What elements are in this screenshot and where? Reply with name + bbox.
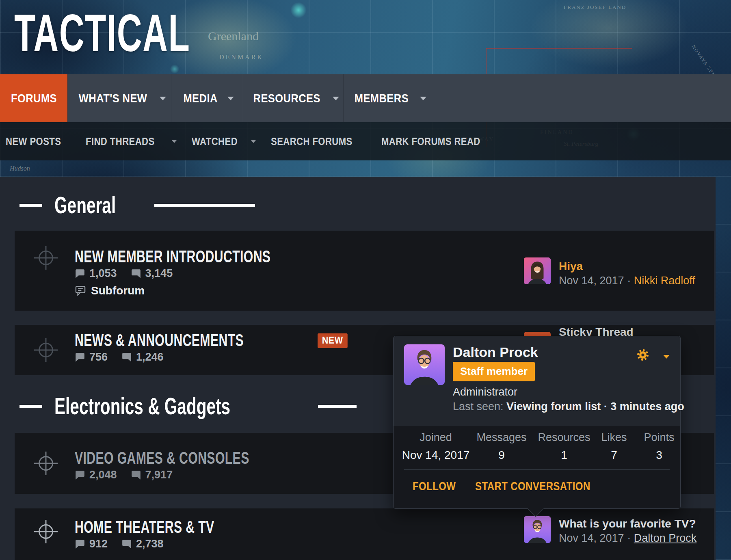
crosshair-icon <box>33 245 58 270</box>
latest-post-date: Nov 14, 2017 <box>559 532 624 544</box>
category-header-electronics-gadgets: Electronics & Gadgets <box>19 393 357 419</box>
member-stat-messages: Messages 9 <box>476 431 526 462</box>
heading-dash <box>19 204 42 207</box>
member-stat-joined: Joined Nov 14, 2017 <box>402 431 470 462</box>
member-stat-resources: Resources 1 <box>538 431 590 462</box>
start-conversation-button[interactable]: START CONVERSATION <box>475 479 619 493</box>
main-navigation: FORUMS WHAT'S NEW MEDIA RESOURCES MEMBER… <box>0 74 731 122</box>
threads-count: 1,053 <box>89 267 117 280</box>
chevron-down-icon <box>251 140 256 143</box>
gear-icon[interactable] <box>636 348 649 361</box>
messages-icon <box>131 470 141 480</box>
messages-count: 3,145 <box>145 267 173 280</box>
subnav-new-posts[interactable]: NEW POSTS <box>6 135 71 148</box>
last-seen-label: Last seen: <box>453 400 504 413</box>
forum-node-home-theaters-tv: HOME THEATERS & TV 912 2,738 What is you… <box>15 508 714 560</box>
subnav-search-forums[interactable]: SEARCH FORUMS <box>271 135 367 148</box>
latest-poster-avatar[interactable] <box>524 516 551 543</box>
member-stat-likes: Likes 7 <box>601 431 627 462</box>
subforum-label: Subforum <box>91 284 145 297</box>
latest-post-meta: Nov 14, 2017 · Nikki Radloff <box>559 275 695 287</box>
nav-tab-forums[interactable]: FORUMS <box>0 74 67 122</box>
forum-title-link[interactable]: NEWS & ANNOUNCEMENTS <box>75 331 244 350</box>
crosshair-icon <box>33 519 58 544</box>
chevron-down-icon <box>160 97 166 100</box>
heading-line <box>154 204 255 207</box>
threads-icon <box>75 268 85 279</box>
latest-thread-link[interactable]: What is your favorite TV? <box>559 517 696 530</box>
subnav-watched[interactable]: WATCHED <box>192 135 256 148</box>
subnav-find-threads[interactable]: FIND THREADS <box>86 135 177 148</box>
chevron-down-icon <box>420 97 426 100</box>
chevron-down-icon[interactable] <box>663 355 670 359</box>
nav-tab-resources[interactable]: RESOURCES <box>243 74 343 122</box>
map-label-hudson: Hudson <box>10 165 30 172</box>
threads-icon <box>75 470 85 480</box>
card-divider <box>404 469 670 470</box>
heading-dash <box>19 405 42 408</box>
chevron-down-icon <box>333 97 339 100</box>
threads-count: 756 <box>89 351 108 363</box>
forum-node-new-member-introductions: NEW MEMBER INTRODUCTIONS 1,053 3,145 Sub… <box>15 231 714 311</box>
threads-icon <box>75 539 85 549</box>
threads-icon <box>75 352 85 363</box>
member-avatar[interactable] <box>404 344 445 385</box>
last-seen-value: Viewing forum list · 3 minutes ago <box>506 400 684 413</box>
messages-icon <box>121 539 132 549</box>
chevron-down-icon <box>227 97 234 100</box>
messages-icon <box>131 268 141 279</box>
crosshair-icon <box>33 337 58 363</box>
follow-button[interactable]: FOLLOW <box>413 479 467 493</box>
subnav-mark-forums-read[interactable]: MARK FORUMS READ <box>381 135 498 148</box>
member-stat-points: Points 3 <box>644 431 674 462</box>
crosshair-icon <box>33 451 58 476</box>
forum-home-page: Greenland DENMARK FRANZ JOSEF LAND NOVAY… <box>0 0 731 560</box>
latest-thread-link[interactable]: Hiya <box>559 260 583 273</box>
messages-count: 7,917 <box>145 469 173 481</box>
forum-title-link[interactable]: NEW MEMBER INTRODUCTIONS <box>75 247 270 266</box>
member-last-seen: Last seen: Viewing forum list · 3 minute… <box>453 400 684 413</box>
member-tooltip-card: Dalton Prock Staff member Administrator … <box>393 336 681 509</box>
subforum-link[interactable]: Subforum <box>75 284 145 297</box>
forum-stats: 2,048 7,917 <box>75 469 173 481</box>
staff-member-badge: Staff member <box>453 362 535 381</box>
forum-title-link[interactable]: VIDEO GAMES & CONSOLES <box>75 448 249 468</box>
meta-separator: · <box>627 275 631 287</box>
forum-stats: 1,053 3,145 <box>75 267 173 280</box>
map-route-line <box>486 48 632 49</box>
latest-post-date: Nov 14, 2017 <box>559 275 624 287</box>
forum-title-link[interactable]: HOME THEATERS & TV <box>75 517 214 537</box>
sub-navigation: NEW POSTS FIND THREADS WATCHED SEARCH FO… <box>0 122 731 160</box>
messages-count: 1,246 <box>136 351 164 363</box>
latest-author-link[interactable]: Dalton Prock <box>634 532 697 544</box>
heading-line <box>318 405 357 408</box>
site-logo[interactable]: TACTICAL <box>14 4 281 62</box>
threads-count: 912 <box>89 538 108 550</box>
latest-author-link[interactable]: Nikki Radloff <box>634 275 695 287</box>
nav-tab-media[interactable]: MEDIA <box>171 74 243 122</box>
messages-icon <box>121 352 132 363</box>
nav-tab-members[interactable]: MEMBERS <box>343 74 433 122</box>
subforum-icon <box>75 285 86 296</box>
forum-stats: 756 1,246 <box>75 351 164 363</box>
map-label-franz-josef-land: FRANZ JOSEF LAND <box>564 4 626 11</box>
chevron-down-icon <box>171 140 177 143</box>
meta-separator: · <box>627 532 631 544</box>
threads-count: 2,048 <box>89 469 117 481</box>
category-header-general: General <box>19 192 255 218</box>
messages-count: 2,738 <box>136 538 164 550</box>
member-name-link[interactable]: Dalton Prock <box>453 344 538 360</box>
latest-poster-avatar[interactable] <box>524 257 551 284</box>
latest-post-meta: Nov 14, 2017 · Dalton Prock <box>559 532 696 545</box>
new-badge: NEW <box>318 333 347 348</box>
forum-stats: 912 2,738 <box>75 538 164 550</box>
nav-tab-whats-new[interactable]: WHAT'S NEW <box>67 74 171 122</box>
member-role: Administrator <box>453 386 517 398</box>
